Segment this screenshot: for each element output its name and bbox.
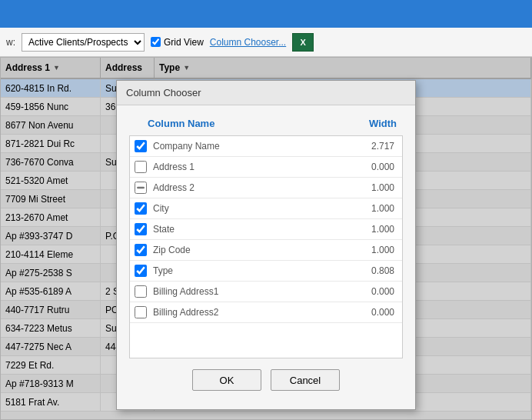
column-row[interactable]: Zip Code1.000 bbox=[130, 240, 402, 261]
column-name-text: Type bbox=[153, 265, 351, 276]
column-name-text: Address 2 bbox=[153, 182, 351, 193]
column-row[interactable]: Billing Address10.000 bbox=[130, 282, 402, 302]
column-width-text: 0.000 bbox=[351, 162, 397, 172]
column-row[interactable]: Company Name2.717 bbox=[130, 136, 402, 157]
column-name-text: Zip Code bbox=[153, 245, 351, 255]
column-row[interactable]: Address 21.000 bbox=[130, 178, 402, 198]
column-chooser-link[interactable]: Column Chooser... bbox=[210, 37, 286, 48]
column-name-text: Billing Address1 bbox=[153, 286, 351, 297]
column-checkbox[interactable] bbox=[135, 306, 147, 318]
ok-button[interactable]: OK bbox=[192, 369, 261, 391]
toolbar-row: w: Active Clients/Prospects Grid View Co… bbox=[0, 28, 532, 57]
dialog-title: Column Chooser bbox=[117, 81, 415, 105]
dialog-buttons: OK Cancel bbox=[129, 358, 403, 400]
column-checkbox[interactable] bbox=[135, 244, 147, 256]
column-width-text: 0.808 bbox=[351, 265, 397, 276]
cancel-button[interactable]: Cancel bbox=[271, 369, 340, 391]
column-row[interactable]: Type0.808 bbox=[130, 261, 402, 282]
column-width-text: 0.000 bbox=[351, 286, 397, 297]
column-width-text: 2.717 bbox=[351, 141, 397, 152]
column-row[interactable]: Billing Address20.000 bbox=[130, 302, 402, 323]
column-width-text: 1.000 bbox=[351, 203, 397, 214]
column-checkbox[interactable] bbox=[135, 202, 147, 215]
excel-export-button[interactable]: X bbox=[292, 33, 314, 52]
column-chooser-dialog: Column Chooser Column Name Width Company… bbox=[116, 80, 416, 410]
top-toolbar bbox=[0, 0, 532, 28]
main-area: Address 1 ▼ Address Type ▼ 620-4815 In R… bbox=[0, 57, 532, 420]
column-list[interactable]: Company Name2.717Address 10.000Address 2… bbox=[129, 135, 403, 358]
column-checkbox[interactable] bbox=[135, 223, 147, 235]
column-width-text: 1.000 bbox=[351, 245, 397, 255]
column-checkbox[interactable] bbox=[135, 285, 147, 298]
column-checkbox[interactable] bbox=[135, 161, 147, 173]
column-row[interactable]: City1.000 bbox=[130, 198, 402, 219]
view-selector[interactable]: Active Clients/Prospects bbox=[22, 33, 145, 52]
column-width-text: 1.000 bbox=[351, 224, 397, 235]
column-name-text: City bbox=[153, 203, 351, 214]
view-prefix-label: w: bbox=[6, 37, 15, 48]
dialog-table-header: Column Name Width bbox=[129, 115, 403, 132]
modal-overlay: Column Chooser Column Name Width Company… bbox=[0, 57, 532, 420]
grid-view-label: Grid View bbox=[164, 37, 204, 48]
column-checkbox[interactable] bbox=[135, 182, 147, 194]
column-name-header: Column Name bbox=[129, 118, 349, 129]
column-width-text: 0.000 bbox=[351, 307, 397, 318]
grid-view-checkbox[interactable] bbox=[151, 37, 161, 47]
dialog-content: Column Name Width Company Name2.717Addre… bbox=[117, 105, 415, 409]
grid-view-toggle[interactable]: Grid View bbox=[151, 37, 204, 48]
column-name-text: Company Name bbox=[153, 141, 351, 152]
column-name-text: Billing Address2 bbox=[153, 307, 351, 318]
column-width-header: Width bbox=[349, 118, 403, 129]
column-name-text: State bbox=[153, 224, 351, 235]
column-row[interactable]: State1.000 bbox=[130, 219, 402, 240]
column-checkbox[interactable] bbox=[135, 140, 147, 152]
column-row[interactable]: Address 10.000 bbox=[130, 157, 402, 178]
column-checkbox[interactable] bbox=[135, 265, 147, 277]
column-width-text: 1.000 bbox=[351, 182, 397, 193]
column-name-text: Address 1 bbox=[153, 162, 351, 172]
